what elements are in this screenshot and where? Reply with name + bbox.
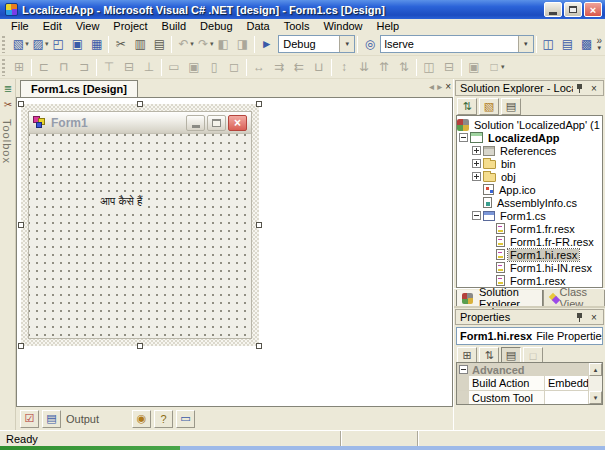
- toolbar-grip[interactable]: [2, 59, 5, 76]
- tree-item-label[interactable]: Form1.hi-IN.resx: [508, 262, 594, 274]
- bring-to-front-icon[interactable]: ▣: [464, 57, 484, 77]
- form-selection-region[interactable]: Form1 × आप कैसे हैं: [21, 104, 259, 346]
- open-file-icon[interactable]: ◰: [48, 34, 67, 54]
- tab-class-view[interactable]: Class View: [543, 290, 605, 307]
- toolbox-tab-label[interactable]: Toolbox: [1, 119, 13, 164]
- property-grid[interactable]: Advanced Build Action Embedded Resour Cu…: [456, 362, 603, 405]
- resize-handle[interactable]: [18, 222, 24, 228]
- tree-item-form1-frfr-resx[interactable]: Form1.fr-FR.resx: [457, 235, 602, 248]
- tree-item-references[interactable]: References: [457, 144, 602, 157]
- tree-item-label[interactable]: Form1.cs: [498, 210, 548, 222]
- size-to-grid-icon[interactable]: ▣: [184, 57, 204, 77]
- align-lefts-icon[interactable]: ⊏: [34, 57, 54, 77]
- paste-icon[interactable]: ▤: [150, 34, 169, 54]
- server-explorer-icon[interactable]: ≣: [1, 81, 15, 95]
- make-same-width-icon[interactable]: ▭: [164, 57, 184, 77]
- property-value[interactable]: Embedded Resour: [545, 376, 588, 390]
- restore-button[interactable]: [564, 2, 582, 17]
- menu-window[interactable]: Window: [316, 19, 369, 33]
- property-row-custom-tool[interactable]: Custom Tool: [457, 391, 588, 405]
- menu-debug[interactable]: Debug: [193, 19, 239, 33]
- scroll-down-icon[interactable]: ▾: [589, 391, 602, 404]
- close-panel-icon[interactable]: ×: [587, 82, 601, 95]
- hspace-decrease-icon[interactable]: ⇇: [289, 57, 309, 77]
- center-horizontal-icon[interactable]: ◫: [419, 57, 439, 77]
- tree-item-label[interactable]: Form1.resx: [508, 275, 568, 287]
- solution-explorer-icon[interactable]: ◫: [539, 34, 558, 54]
- property-name[interactable]: Custom Tool: [469, 391, 545, 405]
- tree-item-project[interactable]: LocalizedApp: [457, 131, 602, 144]
- expand-icon[interactable]: [472, 159, 481, 168]
- menu-project[interactable]: Project: [106, 19, 154, 33]
- tree-item-label[interactable]: LocalizedApp: [486, 132, 562, 144]
- property-name[interactable]: Build Action: [469, 376, 545, 390]
- toolbar-overflow-icon[interactable]: »▾: [596, 37, 602, 51]
- tab-solution-explorer[interactable]: Solution Explorer: [456, 290, 543, 307]
- designed-form-client[interactable]: आप कैसे हैं: [29, 134, 251, 338]
- toolbar-grip[interactable]: [2, 36, 5, 53]
- greeting-label[interactable]: आप कैसे हैं: [97, 194, 145, 209]
- tree-item-label[interactable]: Form1.fr-FR.resx: [508, 236, 596, 248]
- toolbar-overflow-icon[interactable]: ▾: [501, 63, 505, 71]
- save-icon[interactable]: ▣: [68, 34, 87, 54]
- properties-header[interactable]: Properties ×: [455, 309, 604, 325]
- scroll-up-icon[interactable]: ▴: [589, 363, 602, 376]
- show-all-files-icon[interactable]: ▧: [479, 98, 499, 115]
- output-window-icon[interactable]: ▤: [42, 410, 61, 428]
- resize-handle[interactable]: [256, 343, 262, 349]
- make-same-height-icon[interactable]: ▯: [204, 57, 224, 77]
- properties-window-icon[interactable]: ▤: [558, 34, 577, 54]
- tree-item-obj[interactable]: obj: [457, 170, 602, 183]
- align-rights-icon[interactable]: ⊐: [74, 57, 94, 77]
- menu-build[interactable]: Build: [155, 19, 193, 33]
- tree-item-label[interactable]: Solution 'LocalizedApp' (1 project): [472, 119, 603, 131]
- property-row-build-action[interactable]: Build Action Embedded Resour: [457, 376, 588, 391]
- combo-arrow-icon[interactable]: ▾: [339, 36, 354, 52]
- vspace-equal-icon[interactable]: ↕: [334, 57, 354, 77]
- resize-handle[interactable]: [137, 343, 143, 349]
- resize-handle[interactable]: [18, 101, 24, 107]
- collapse-icon[interactable]: [459, 365, 468, 374]
- vspace-decrease-icon[interactable]: ⇈: [374, 57, 394, 77]
- menu-data[interactable]: Data: [240, 19, 277, 33]
- pin-icon[interactable]: [573, 82, 587, 95]
- copy-icon[interactable]: ▥: [130, 34, 149, 54]
- view-properties-icon[interactable]: ▤: [501, 98, 521, 115]
- make-same-size-icon[interactable]: ◻: [224, 57, 244, 77]
- toolbox-icon[interactable]: ▩: [577, 34, 596, 54]
- save-all-icon[interactable]: ▦: [87, 34, 106, 54]
- menu-view[interactable]: View: [69, 19, 107, 33]
- align-bottoms-icon[interactable]: ⊥: [139, 57, 159, 77]
- navigate-forward-icon[interactable]: ◨: [233, 34, 252, 54]
- solution-tree[interactable]: Solution 'LocalizedApp' (1 project) Loca…: [456, 115, 603, 288]
- document-close-icon[interactable]: ×: [445, 81, 451, 92]
- toolbox-tab-icon[interactable]: ✂: [1, 97, 15, 111]
- menu-help[interactable]: Help: [370, 19, 407, 33]
- resize-handle[interactable]: [256, 101, 262, 107]
- command-window-icon[interactable]: ▭: [176, 410, 195, 428]
- resize-handle[interactable]: [137, 101, 143, 107]
- align-to-grid-icon[interactable]: ⊞: [9, 57, 29, 77]
- tree-item-form1-hi-resx[interactable]: Form1.hi.resx: [457, 248, 602, 261]
- menu-file[interactable]: File: [4, 19, 36, 33]
- tree-item-label[interactable]: bin: [499, 158, 518, 170]
- tab-scroll-left-icon[interactable]: ◂: [429, 81, 434, 92]
- dynamic-help-icon[interactable]: ?: [154, 410, 173, 428]
- hspace-equal-icon[interactable]: ↔: [249, 57, 269, 77]
- hspace-increase-icon[interactable]: ⇉: [269, 57, 289, 77]
- resize-handle[interactable]: [18, 343, 24, 349]
- tree-item-form1-hiin-resx[interactable]: Form1.hi-IN.resx: [457, 261, 602, 274]
- solution-explorer-header[interactable]: Solution Explorer - LocalizedApp ×: [455, 80, 604, 96]
- designed-form[interactable]: Form1 × आप कैसे हैं: [28, 111, 252, 339]
- tree-item-label[interactable]: Form1.fr.resx: [508, 223, 577, 235]
- combo-arrow-icon[interactable]: ▾: [518, 36, 533, 52]
- tree-item-appico[interactable]: App.ico: [457, 183, 602, 196]
- solution-configuration-combo[interactable]: Debug ▾: [278, 35, 355, 53]
- grid-scrollbar[interactable]: ▴ ▾: [588, 363, 602, 404]
- tab-scroll-right-icon[interactable]: ▸: [437, 81, 442, 92]
- cut-icon[interactable]: ✂: [111, 34, 130, 54]
- align-middles-icon[interactable]: ⊟: [119, 57, 139, 77]
- tree-item-solution[interactable]: Solution 'LocalizedApp' (1 project): [457, 118, 602, 131]
- tree-item-label[interactable]: References: [498, 145, 558, 157]
- vspace-remove-icon[interactable]: ⇅: [394, 57, 414, 77]
